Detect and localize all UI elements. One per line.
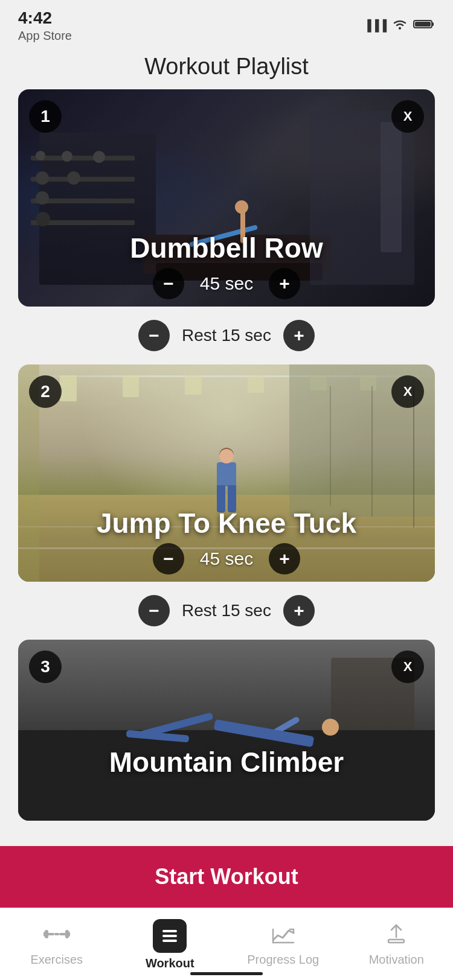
svg-rect-6: [45, 930, 48, 938]
battery-icon: [413, 19, 435, 33]
rest-1-plus-btn[interactable]: +: [283, 320, 315, 351]
rest-row-1: − Rest 15 sec +: [18, 307, 435, 364]
upload-icon: [381, 919, 411, 949]
exercise-name-1: Dumbbell Row: [18, 232, 435, 264]
svg-point-0: [399, 27, 401, 30]
nav-item-exercises[interactable]: Exercises: [0, 915, 114, 967]
svg-rect-7: [54, 933, 59, 935]
rest-row-2: − Rest 15 sec +: [18, 582, 435, 640]
chart-icon: [268, 919, 298, 949]
exercise-close-1[interactable]: X: [391, 100, 424, 133]
exercise-card-2: 2 X Jump To Knee Tuck − 45 sec +: [18, 364, 435, 582]
wifi-icon: [391, 18, 408, 33]
workout-icon-box: [153, 919, 187, 953]
page-title: Workout Playlist: [0, 48, 453, 89]
status-icons: ▐▐▐: [364, 18, 435, 33]
rest-2-minus-btn[interactable]: −: [138, 595, 170, 626]
svg-rect-3: [415, 22, 431, 27]
start-workout-button[interactable]: Start Workout: [0, 846, 453, 908]
rest-2-plus-btn[interactable]: +: [283, 595, 315, 626]
status-bar: 4:42 App Store ▐▐▐: [0, 0, 453, 48]
exercise-close-2[interactable]: X: [391, 375, 424, 408]
exercise-number-2: 2: [29, 375, 62, 408]
svg-rect-13: [162, 940, 177, 942]
exercise-name-3: Mountain Climber: [18, 746, 435, 778]
exercise-2-plus-btn[interactable]: +: [269, 543, 300, 574]
svg-rect-12: [162, 935, 177, 937]
signal-icon: ▐▐▐: [364, 19, 387, 32]
svg-rect-11: [162, 930, 177, 932]
rest-1-minus-btn[interactable]: −: [138, 320, 170, 351]
exercise-card-3: 3 X Mountain Climber: [18, 640, 435, 821]
svg-rect-10: [65, 932, 70, 937]
app-store-label: App Store: [18, 29, 72, 43]
rest-1-label: Rest 15 sec: [182, 326, 271, 345]
exercise-timer-1: − 45 sec +: [18, 268, 435, 299]
nav-label-workout: Workout: [146, 956, 194, 970]
exercise-number-1: 1: [29, 100, 62, 133]
svg-rect-2: [432, 22, 434, 26]
rest-2-label: Rest 15 sec: [182, 601, 271, 620]
svg-rect-16: [388, 940, 404, 943]
home-indicator: [190, 972, 263, 975]
exercise-card-1: 1 X Dumbbell Row − 45 sec +: [18, 89, 435, 307]
nav-item-progress-log[interactable]: Progress Log: [226, 915, 340, 967]
exercise-2-minus-btn[interactable]: −: [153, 543, 184, 574]
nav-label-exercises: Exercises: [30, 953, 83, 967]
exercise-timer-2: − 45 sec +: [18, 543, 435, 574]
nav-item-workout[interactable]: Workout: [114, 915, 227, 970]
scroll-area: 1 X Dumbbell Row − 45 sec + − Rest 15 se…: [0, 89, 453, 966]
exercise-number-3: 3: [29, 651, 62, 683]
status-time: 4:42: [18, 8, 72, 28]
nav-item-motivation[interactable]: Motivation: [340, 915, 454, 967]
nav-label-motivation: Motivation: [369, 953, 424, 967]
exercise-2-duration: 45 sec: [196, 549, 257, 569]
exercise-1-duration: 45 sec: [196, 273, 257, 294]
exercise-name-2: Jump To Knee Tuck: [18, 507, 435, 539]
bottom-nav: Exercises Workout Progress Log: [0, 908, 453, 980]
exercise-1-plus-btn[interactable]: +: [269, 268, 300, 299]
exercise-1-minus-btn[interactable]: −: [153, 268, 184, 299]
exercise-close-3[interactable]: X: [391, 651, 424, 683]
nav-label-progress-log: Progress Log: [247, 953, 319, 967]
dumbbell-icon: [42, 919, 72, 949]
